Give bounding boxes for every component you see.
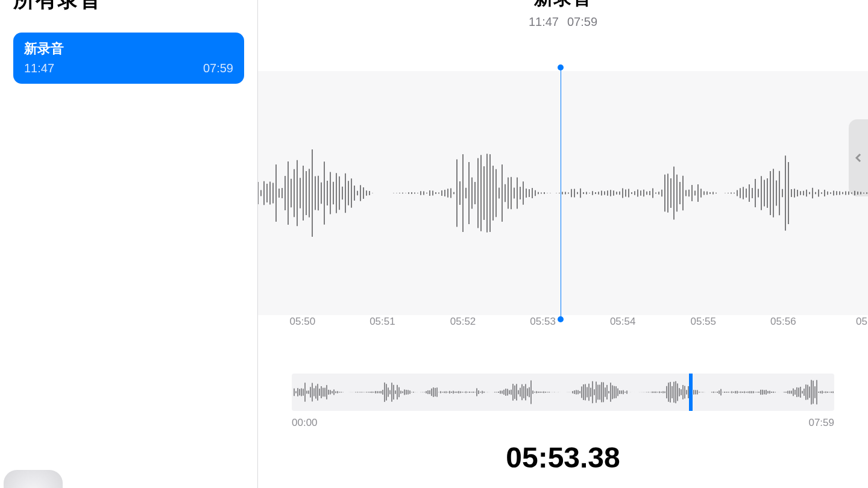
overview-end-label: 07:59 bbox=[808, 417, 834, 429]
main-recorded-at: 11:47 bbox=[529, 15, 559, 28]
waveform-canvas bbox=[258, 71, 868, 315]
overview-strip[interactable] bbox=[292, 374, 834, 411]
timeline-tick: 05:51 bbox=[370, 316, 395, 328]
waveform-area[interactable] bbox=[258, 71, 868, 315]
main-subtimes: 11:4707:59 bbox=[258, 15, 868, 29]
chevron-left-icon bbox=[855, 154, 864, 162]
recording-duration: 07:59 bbox=[203, 61, 233, 75]
main-total-duration: 07:59 bbox=[567, 15, 597, 28]
recording-title: 新录音 bbox=[24, 40, 233, 58]
current-time: 05:53.38 bbox=[258, 441, 868, 474]
sidebar-title: 所有录音 bbox=[13, 0, 244, 14]
record-button[interactable] bbox=[4, 470, 63, 488]
sidebar: 所有录音 新录音 11:47 07:59 bbox=[0, 0, 258, 488]
timeline-tick: 05:54 bbox=[610, 316, 636, 328]
edge-tab[interactable] bbox=[849, 119, 868, 196]
overview-start-label: 00:00 bbox=[292, 417, 318, 429]
overview-handle[interactable] bbox=[689, 374, 693, 411]
timeline-tick: 05:55 bbox=[690, 316, 716, 328]
recording-list-item[interactable]: 新录音 11:47 07:59 bbox=[13, 33, 244, 84]
main-panel: 新录音 11:4707:59 05:5005:5105:5205:5305:54… bbox=[258, 0, 868, 488]
timeline-ticks: 05:5005:5105:5205:5305:5405:5505:5605: bbox=[258, 316, 868, 340]
timeline-tick: 05: bbox=[856, 316, 868, 328]
playhead[interactable] bbox=[561, 67, 561, 319]
overview-canvas bbox=[292, 374, 834, 411]
timeline-tick: 05:53 bbox=[530, 316, 556, 328]
recording-time: 11:47 bbox=[24, 61, 54, 75]
playhead-dot-top bbox=[558, 64, 564, 70]
main-title: 新录音 bbox=[258, 0, 868, 11]
timeline-tick: 05:50 bbox=[290, 316, 316, 328]
overview-wrap: 00:00 07:59 bbox=[292, 374, 834, 429]
timeline-tick: 05:56 bbox=[770, 316, 796, 328]
timeline-tick: 05:52 bbox=[450, 316, 476, 328]
